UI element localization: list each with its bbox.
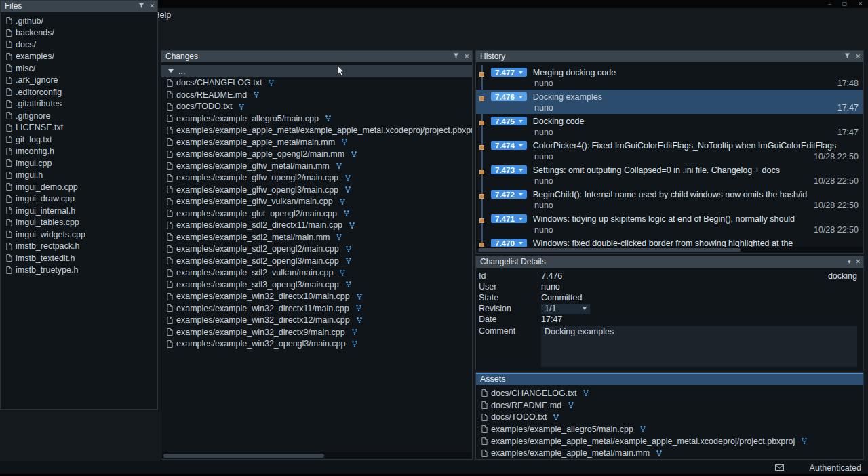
detail-row-id: Id 7.476 docking — [476, 271, 863, 281]
file-tree-item[interactable]: git_log.txt — [1, 134, 157, 146]
commit-title: ColorPicker4(): Fixed ImGuiColorEditFlag… — [533, 141, 836, 151]
asset-row[interactable]: examples/example_allegro5/main.cpp — [476, 423, 863, 435]
revision-badge[interactable]: 7.477 — [491, 68, 527, 77]
changed-file-row[interactable]: examples/example_glfw_vulkan/main.cpp — [161, 196, 472, 208]
commit-title: Windows: fixed double-clicked border fro… — [533, 239, 793, 247]
close-icon[interactable]: ✕ — [855, 51, 861, 62]
file-tree-item[interactable]: imstb_rectpack.h — [1, 241, 157, 253]
close-icon[interactable]: ✕ — [855, 256, 861, 268]
revision-badge[interactable]: 7.472 — [491, 190, 527, 199]
asset-row[interactable]: docs/TODO.txt — [476, 411, 863, 423]
file-tree-item[interactable]: imstb_truetype.h — [1, 264, 157, 277]
changed-file-row[interactable]: examples/example_sdl3_opengl3/main.cpp — [161, 279, 472, 291]
changed-file-path: examples/example_win32_directx10/main.cp… — [176, 292, 350, 301]
file-tree-item[interactable]: .gitattributes — [1, 98, 157, 111]
changed-file-row[interactable]: docs/TODO.txt — [161, 101, 472, 113]
file-tree-item[interactable]: imstb_textedit.h — [1, 252, 157, 264]
scrollbar-handle[interactable] — [478, 248, 741, 252]
chevron-down-icon — [519, 144, 523, 147]
assets-panel-header[interactable]: Assets — [476, 373, 863, 385]
file-tree-item[interactable]: docs/ — [1, 39, 157, 51]
history-entry[interactable]: 7.472 BeginChild(): Internal name used b… — [476, 187, 863, 212]
changed-file-row[interactable]: examples/example_win32_directx9/main.cpp — [161, 326, 472, 338]
close-icon[interactable]: ✕ — [149, 1, 155, 12]
revision-badge[interactable]: 7.475 — [491, 117, 527, 125]
filter-icon[interactable] — [138, 1, 144, 12]
revision-badge[interactable]: 7.471 — [491, 214, 527, 223]
file-icon — [167, 328, 173, 336]
revision-badge[interactable]: 7.474 — [491, 141, 527, 150]
asset-path: docs/README.md — [491, 401, 561, 410]
file-tree-item[interactable]: .gitignore — [1, 110, 157, 122]
filter-icon[interactable] — [453, 51, 459, 62]
changed-file-row[interactable]: examples/example_sdl2_opengl2/main.cpp — [161, 243, 472, 256]
history-entry[interactable]: 7.470 Windows: fixed double-clicked bord… — [476, 236, 863, 247]
file-tree-item[interactable]: imgui_tables.cpp — [1, 217, 157, 229]
mail-icon[interactable] — [775, 464, 784, 471]
file-tree-item[interactable]: imgui_demo.cpp — [1, 181, 157, 193]
close-icon[interactable]: ✕ — [464, 51, 469, 62]
file-icon — [167, 222, 173, 229]
changed-file-row[interactable]: examples/example_glfw_opengl3/main.cpp — [161, 184, 472, 196]
file-tree-item[interactable]: .github/ — [1, 15, 157, 27]
changed-file-row[interactable]: examples/example_glut_opengl2/main.cpp — [161, 207, 472, 220]
changed-file-row[interactable]: examples/example_apple_metal/example_app… — [161, 125, 472, 137]
asset-row[interactable]: examples/example_apple_metal/example_app… — [476, 435, 863, 448]
close-button[interactable]: ✕ — [858, 0, 863, 8]
changes-hscrollbar[interactable] — [162, 452, 471, 458]
revision-badge[interactable]: 7.470 — [491, 239, 527, 247]
detail-row-revision: Revision 1/1 — [476, 303, 863, 314]
file-tree-item[interactable]: LICENSE.txt — [1, 122, 157, 134]
changed-file-row[interactable]: examples/example_glfw_metal/main.mm — [161, 160, 472, 172]
changed-file-row[interactable]: examples/example_sdl2_directx11/main.cpp — [161, 220, 472, 232]
history-entry[interactable]: 7.473 Settings: omit outputing Collapsed… — [476, 163, 863, 187]
changed-file-row[interactable]: examples/example_apple_opengl2/main.mm — [161, 148, 472, 161]
changed-file-row[interactable]: examples/example_sdl2_metal/main.mm — [161, 231, 472, 243]
changed-file-row[interactable]: examples/example_win32_opengl3/main.cpp — [161, 338, 472, 351]
history-entry[interactable]: 7.475 Docking code nuno 17:47 — [476, 114, 863, 138]
history-entry[interactable]: 7.476 Docking examples nuno 17:47 — [476, 90, 863, 114]
files-panel: Files ✕ .github/ — [0, 0, 158, 410]
filter-icon[interactable] — [844, 51, 850, 62]
changed-file-row[interactable]: examples/example_win32_directx10/main.cp… — [161, 291, 472, 303]
branch-icon — [341, 138, 348, 146]
history-hscrollbar[interactable] — [477, 247, 863, 252]
changed-file-row[interactable]: docs/CHANGELOG.txt — [161, 77, 472, 90]
file-tree-item[interactable]: imgui.h — [1, 170, 157, 182]
file-tree-item[interactable]: imgui_internal.h — [1, 205, 157, 217]
history-entry[interactable]: 7.477 Merging docking code nuno 17:48 — [476, 65, 863, 90]
file-tree-item[interactable]: misc/ — [1, 62, 157, 75]
changed-file-row[interactable]: examples/example_win32_directx12/main.cp… — [161, 315, 472, 327]
changed-file-row[interactable]: examples/example_sdl2_vulkan/main.cpp — [161, 267, 472, 279]
changed-file-path: examples/example_sdl2_metal/main.mm — [176, 233, 330, 242]
comment-field[interactable]: Docking examples — [541, 326, 857, 367]
file-tree-item[interactable]: imconfig.h — [1, 146, 157, 158]
changed-file-row[interactable]: examples/example_apple_metal/main.mm — [161, 136, 472, 148]
file-tree-item[interactable]: .editorconfig — [1, 86, 157, 98]
history-entry[interactable]: 7.474 ColorPicker4(): Fixed ImGuiColorEd… — [476, 138, 863, 163]
asset-row[interactable]: examples/example_apple_metal/main.mm — [476, 447, 863, 458]
file-tree-item[interactable]: examples/ — [1, 51, 157, 63]
history-entry[interactable]: 7.471 Windows: tidying up skipitems logi… — [476, 212, 863, 236]
changed-file-row[interactable]: examples/example_win32_directx11/main.cp… — [161, 302, 472, 315]
revision-select[interactable]: 1/1 — [541, 304, 590, 314]
file-tree-item[interactable]: backends/ — [1, 27, 157, 39]
asset-row[interactable]: docs/README.md — [476, 399, 863, 412]
file-tree-item[interactable]: imgui_draw.cpp — [1, 193, 157, 205]
maximize-button[interactable]: ▢ — [842, 0, 848, 8]
scrollbar-handle[interactable] — [163, 454, 324, 458]
changed-file-row[interactable]: examples/example_glfw_opengl2/main.cpp — [161, 172, 472, 184]
changed-file-row[interactable]: examples/example_allegro5/main.cpp — [161, 113, 472, 125]
file-tree-item[interactable]: imgui_widgets.cpp — [1, 229, 157, 241]
changed-file-row[interactable]: docs/README.md — [161, 89, 472, 101]
revision-badge[interactable]: 7.473 — [491, 165, 527, 174]
minimize-button[interactable]: – — [828, 0, 831, 8]
revision-badge[interactable]: 7.476 — [491, 92, 527, 101]
asset-row[interactable]: docs/CHANGELOG.txt — [476, 387, 863, 399]
changed-file-row[interactable]: examples/example_sdl2_opengl3/main.cpp — [161, 255, 472, 267]
field-label: Date — [479, 315, 541, 324]
changes-root-row[interactable]: ... — [161, 65, 472, 77]
chevron-down-icon[interactable]: ▾ — [848, 256, 851, 268]
file-tree-item[interactable]: imgui.cpp — [1, 157, 157, 170]
file-tree-item[interactable]: .ark_ignore — [1, 75, 157, 87]
